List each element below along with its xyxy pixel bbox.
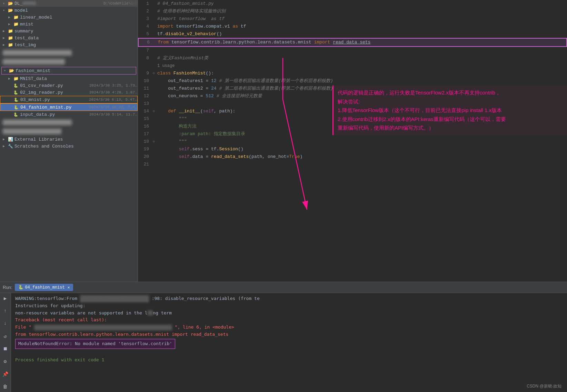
csdn-watermark: CSDN @新晓·故知 xyxy=(527,383,561,389)
run-up-button[interactable]: ↑ xyxy=(1,307,9,315)
sidebar-blurred-3 xyxy=(0,118,138,127)
01-csv-py-icon xyxy=(13,83,19,88)
line-num-2: 2 xyxy=(138,8,152,15)
tree-arrow-model: ▾ xyxy=(3,8,7,12)
sidebar-item-scratches[interactable]: ▶ 🔧 Scratches and Consoles xyxy=(0,143,138,150)
line-num-1: 1 xyxy=(138,0,152,8)
run-settings-button[interactable]: ⚙ xyxy=(1,358,9,365)
model-label: model xyxy=(14,8,138,13)
04-fashion-meta: 2024/3/30 16:22, 7.41 kB xyxy=(89,105,137,109)
usage-hint-line: 1 usage xyxy=(138,62,567,70)
ext-lib-label: External Libraries xyxy=(14,137,138,142)
code-line-3: 3 #import tensorflow as tf xyxy=(138,15,567,23)
fashion-mnist-label: fashion_mnist xyxy=(16,68,134,73)
sidebar-item-model[interactable]: ▾ model xyxy=(0,7,138,14)
01-csv-meta: 2024/3/30 3:25, 1.73 kB Toda xyxy=(89,83,138,88)
console-line-9: Process finished with exit code 1 xyxy=(15,356,563,364)
run-clear-button[interactable]: 🗑 xyxy=(1,383,9,391)
console-line-8 xyxy=(15,350,563,357)
sidebar-item-linear-model[interactable]: ▶ linear_model xyxy=(0,14,138,21)
console-line-6: from tensorflow.contrib.learn.python.lea… xyxy=(15,331,563,338)
sidebar-item-mnist[interactable]: ▶ mnist xyxy=(0,21,138,28)
run-tab-label: 04_fashion_mnist xyxy=(25,285,64,290)
line-num-16: 16 xyxy=(138,123,152,130)
line-content-6: from tensorflow.contrib.learn.python.lea… xyxy=(157,39,566,46)
main-area: ▾ DL_XXXXX D:\CodeFile\e'\ ▾ model ▶ lin… xyxy=(0,0,567,282)
console-line-3: non-resource variables are not supported… xyxy=(15,310,563,317)
mnist-data-folder-icon xyxy=(13,76,19,81)
code-line-10: 10 out_features1 = 12 # 第一组卷积层输出通道数量(即第一… xyxy=(138,77,567,85)
input-data-label: input_data.py xyxy=(20,112,87,117)
code-line-7: 7 xyxy=(138,47,567,54)
run-down-button[interactable]: ↓ xyxy=(1,320,9,327)
annotation-text: 代码的逻辑是正确的，运行失败是TensorFlow2.x版本不再支持contri… xyxy=(338,88,563,132)
test-data-label: test_data xyxy=(14,36,138,41)
usage-hint: 1 usage xyxy=(156,62,175,70)
line-content-8: # 定义FashionMnist类 xyxy=(156,54,567,62)
line-num-20: 20 xyxy=(138,153,152,161)
root-path: D:\CodeFile\e'\ xyxy=(103,1,138,6)
tree-arrow-mnist-data: ▶ xyxy=(8,77,12,81)
line-num-7: 7 xyxy=(138,47,152,54)
line-content-10: out_features1 = 12 # 第一组卷积层输出通道数量(即第一个卷积… xyxy=(156,77,567,85)
run-tab-bar: Run: 🐍 04_fashion_mnist ✕ xyxy=(0,282,567,293)
sidebar-item-summary[interactable]: ▶ summary xyxy=(0,28,138,34)
line-num-3: 3 xyxy=(138,15,152,23)
run-stop-button[interactable]: ⏹ xyxy=(1,345,9,353)
line-content-4: import tensorflow.compat.v1 as tf xyxy=(156,23,567,30)
model-folder-icon xyxy=(8,8,13,13)
line-num-17: 17 xyxy=(138,130,152,138)
sidebar-item-fashion-mnist[interactable]: ▾ fashion_mnist xyxy=(1,67,136,74)
code-line-5: 5 tf.disable_v2_behavior() xyxy=(138,30,567,38)
run-tab-close-icon[interactable]: ✕ xyxy=(68,285,70,290)
linear-model-label: linear_model xyxy=(20,15,138,20)
console-line-2: Instructions for updating: xyxy=(15,302,563,310)
line-num-10: 10 xyxy=(138,77,152,85)
sidebar-item-01-csv[interactable]: 01_csv_reader.py 2024/3/30 3:25, 1.73 kB… xyxy=(0,82,138,89)
run-label: Run: xyxy=(3,285,12,290)
sidebar-item-04-fashion[interactable]: 04_fashion_mnist.py 2024/3/30 16:22, 7.4… xyxy=(0,103,138,111)
04-fashion-label: 04_fashion_mnist.py xyxy=(20,105,86,110)
line-num-21: 21 xyxy=(138,161,152,168)
sidebar-item-03-mnist[interactable]: 03_mnist.py 2024/3/30 6:13, 5.47 kB 2 mi… xyxy=(0,96,138,103)
console-line-5: File " ", line 6, in <module> xyxy=(15,324,563,331)
module-not-found-error: ModuleNotFoundError: No module named 'te… xyxy=(15,339,175,349)
run-console[interactable]: WARNING:tensorflow:From XXXXXXXXXXXXXXXX… xyxy=(11,293,567,392)
code-line-2: 2 # 使用卷积神经网络实现服饰识别 xyxy=(138,8,567,15)
code-line-19: 19 self.sess = tf.Session() xyxy=(138,145,567,153)
line-content-19: self.sess = tf.Session() xyxy=(156,145,567,153)
linear-model-folder-icon xyxy=(13,14,19,20)
line-num-11: 11 xyxy=(138,85,152,92)
sidebar-item-test-data[interactable]: ▶ test_data xyxy=(0,34,138,41)
run-play-button[interactable]: ▶ xyxy=(1,294,9,302)
code-line-18: 18 ◇ """ xyxy=(138,138,567,145)
run-tab-04-fashion[interactable]: 🐍 04_fashion_mnist ✕ xyxy=(15,284,73,291)
sidebar-item-test-img[interactable]: ▶ test_img xyxy=(0,41,138,48)
sidebar-item-02-img[interactable]: 02_img_reader.py 2024/3/30 4:28, 1.87 kB… xyxy=(0,89,138,96)
line-num-13: 13 xyxy=(138,100,152,108)
sidebar-item-input-data[interactable]: input_data.py 2024/3/30 5:14, 11.74 kB T… xyxy=(0,111,138,118)
code-editor: 1 # 04_fashion_mnist.py 2 # 使用卷积神经网络实现服饰… xyxy=(138,0,567,282)
code-line-20: 20 self.data = read_data_sets(path, one_… xyxy=(138,153,567,161)
tree-arrow-test-data: ▶ xyxy=(3,36,7,40)
sidebar-item-external-libraries[interactable]: ▶ 📊 External Libraries xyxy=(0,136,138,143)
code-line-8: 8 # 定义FashionMnist类 xyxy=(138,54,567,62)
run-rerun-button[interactable]: ↺ xyxy=(1,332,9,340)
mnist-label: mnist xyxy=(20,22,138,27)
code-line-1: 1 # 04_fashion_mnist.py xyxy=(138,0,567,8)
tree-arrow-summary: ▶ xyxy=(3,29,7,33)
line-num-8: 8 xyxy=(138,54,152,62)
tree-arrow-ext: ▶ xyxy=(3,137,7,141)
line-num-4: 4 xyxy=(138,23,152,30)
line-content-9: class FashionMnist(): xyxy=(156,70,567,77)
03-mnist-py-icon xyxy=(13,97,19,102)
test-data-folder-icon xyxy=(8,35,13,41)
test-img-folder-icon xyxy=(8,42,13,48)
sidebar-item-mnist-data[interactable]: ▶ MNIST_data xyxy=(0,75,138,82)
run-pin-button[interactable]: 📌 xyxy=(1,370,9,378)
line-num-18: 18 xyxy=(138,138,152,145)
console-line-1: WARNING:tensorflow:From XXXXXXXXXXXXXXXX… xyxy=(15,295,563,302)
sidebar-root[interactable]: ▾ DL_XXXXX D:\CodeFile\e'\ xyxy=(0,0,138,7)
gutter-14: ◇ xyxy=(152,108,156,115)
line-num-15: 15 xyxy=(138,115,152,123)
